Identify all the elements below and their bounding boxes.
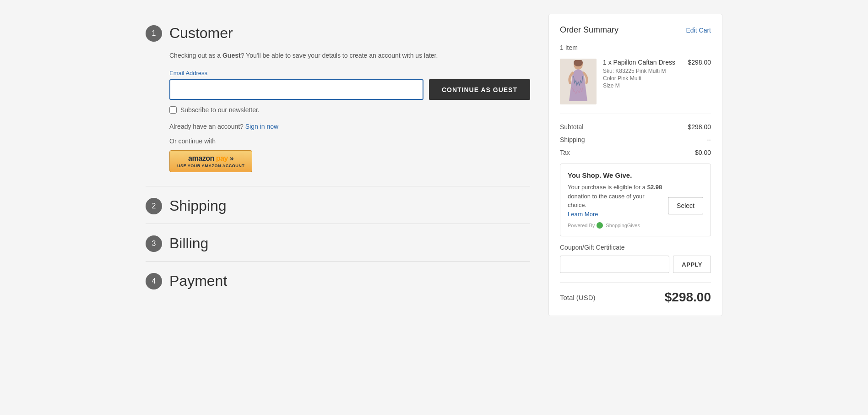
payment-title: Payment (169, 273, 227, 289)
continue-with-label: Or continue with (169, 137, 530, 145)
amazon-pay-button[interactable]: amazon pay » USE YOUR AMAZON ACCOUNT (169, 150, 252, 172)
learn-more-link[interactable]: Learn More (568, 211, 598, 218)
subscribe-checkbox[interactable] (169, 106, 177, 114)
summary-title: Order Summary (560, 25, 618, 35)
summary-header: Order Summary Edit Cart (560, 25, 711, 35)
shipping-row: Shipping -- (560, 136, 711, 143)
tax-value: $0.00 (695, 149, 711, 156)
step-2-number: 2 (146, 198, 162, 214)
step-1-number: 1 (146, 25, 162, 42)
guest-bold: Guest (222, 52, 241, 59)
donation-title: You Shop. We Give. (568, 171, 703, 179)
step-payment: 4 Payment (146, 262, 530, 299)
billing-header: 3 Billing (146, 224, 530, 261)
donation-powered: Powered By ShoppingGives (568, 222, 662, 229)
items-count: 1 Item (560, 44, 711, 51)
tax-label: Tax (560, 149, 570, 156)
step-3-number: 3 (146, 235, 162, 252)
dress-svg (564, 60, 592, 104)
shopping-gives-icon (597, 222, 603, 229)
subscribe-label: Subscribe to our newsletter. (180, 106, 260, 114)
sign-in-link[interactable]: Sign in now (245, 123, 278, 130)
select-donation-button[interactable]: Select (668, 197, 703, 214)
subtotal-label: Subtotal (560, 123, 583, 131)
item-details: 1 x Papillon Caftan Dress Sku: K83225 Pi… (603, 59, 681, 104)
shipping-value: -- (707, 136, 711, 143)
shipping-header: 2 Shipping (146, 186, 530, 224)
item-image (560, 59, 597, 104)
coupon-row: APPLY (560, 256, 711, 273)
coupon-input[interactable] (560, 256, 669, 273)
order-item: 1 x Papillon Caftan Dress Sku: K83225 Pi… (560, 59, 711, 114)
total-value: $298.00 (665, 290, 711, 305)
total-label: Total (USD) (560, 294, 596, 301)
subtotal-value: $298.00 (688, 123, 711, 131)
subscribe-row: Subscribe to our newsletter. (169, 106, 530, 114)
coupon-label: Coupon/Gift Certificate (560, 244, 711, 251)
shipping-label: Shipping (560, 136, 585, 143)
continue-as-guest-button[interactable]: CONTINUE AS GUEST (429, 79, 530, 100)
email-label: Email Address (169, 70, 530, 76)
step-billing: 3 Billing (146, 224, 530, 261)
subtotal-row: Subtotal $298.00 (560, 123, 711, 131)
order-summary-panel: Order Summary Edit Cart 1 Item (548, 14, 722, 316)
item-name: 1 x Papillon Caftan Dress (603, 59, 681, 66)
item-sku: Sku: K83225 Pink Multi M (603, 68, 681, 74)
guest-description: Checking out as a Guest? You'll be able … (169, 51, 530, 60)
step-shipping: 2 Shipping (146, 186, 530, 224)
apply-coupon-button[interactable]: APPLY (673, 256, 711, 273)
email-input[interactable] (169, 79, 423, 100)
step-4-number: 4 (146, 273, 162, 289)
donation-body: Your purchase is eligible for a $2.98 do… (568, 183, 703, 229)
donation-amount: $2.98 (647, 184, 662, 191)
step-customer: 1 Customer Checking out as a Guest? You'… (146, 14, 530, 186)
edit-cart-link[interactable]: Edit Cart (686, 27, 711, 34)
payment-header: 4 Payment (146, 262, 530, 299)
billing-title: Billing (169, 235, 208, 252)
customer-section: Checking out as a Guest? You'll be able … (146, 51, 530, 186)
amazon-subtext: USE YOUR AMAZON ACCOUNT (177, 164, 244, 168)
item-size: Size M (603, 82, 681, 89)
tax-row: Tax $0.00 (560, 149, 711, 156)
shipping-title: Shipping (169, 197, 227, 214)
total-row: Total (USD) $298.00 (560, 282, 711, 305)
customer-title: Customer (169, 25, 233, 42)
customer-header: 1 Customer (146, 14, 530, 51)
amazon-pay-logo: amazon pay » (188, 154, 233, 163)
donation-box: You Shop. We Give. Your purchase is elig… (560, 164, 711, 236)
item-color: Color Pink Multi (603, 75, 681, 82)
account-row: Already have an account? Sign in now (169, 123, 530, 130)
main-content: 1 Customer Checking out as a Guest? You'… (146, 14, 530, 299)
page-wrapper: 1 Customer Checking out as a Guest? You'… (136, 0, 732, 330)
donation-text-container: Your purchase is eligible for a $2.98 do… (568, 183, 662, 229)
donation-text: Your purchase is eligible for a $2.98 do… (568, 183, 662, 218)
email-row: CONTINUE AS GUEST (169, 79, 530, 100)
item-price: $298.00 (688, 59, 711, 104)
